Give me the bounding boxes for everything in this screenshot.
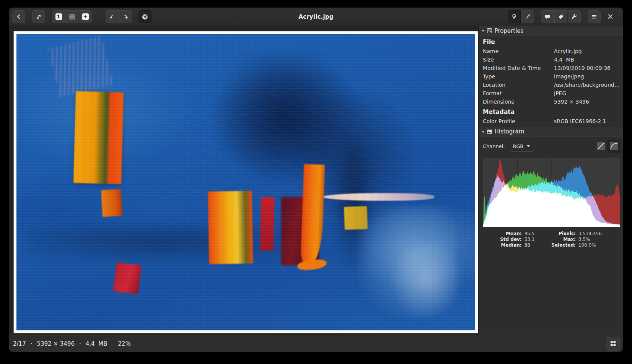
histogram-logarithmic-button[interactable] (608, 140, 621, 153)
close-window-button[interactable]: × (604, 10, 617, 23)
main-area: ▾ Properties File Name Acrylic.jpg Size … (9, 26, 623, 335)
properties-section-header[interactable]: ▾ Properties (479, 26, 623, 36)
statusbar-zoom-level: 22% (118, 340, 130, 347)
linear-scale-icon (597, 142, 605, 150)
histogram-canvas (483, 158, 620, 227)
median-label: Median: (500, 242, 522, 248)
channel-label: Channel: (483, 143, 505, 149)
window-title: Acrylic.jpg (298, 13, 333, 20)
max-label: Max: (551, 237, 575, 242)
back-icon (16, 14, 22, 20)
image-viewer-canvas (9, 26, 479, 335)
rotate-button-group (106, 10, 132, 23)
property-row-dimensions: Dimensions 5392 × 3496 (479, 98, 623, 106)
statusbar-separator: · (31, 340, 33, 347)
paintbrush-icon (524, 14, 531, 20)
property-label: Dimensions (479, 99, 554, 105)
statusbar: 2/17 · 5392 × 3496 · 4,4 MB 22% (9, 335, 623, 352)
back-button[interactable] (12, 10, 25, 23)
channel-dropdown-value: RGB (513, 143, 523, 149)
selected-value: 100,0% (578, 242, 602, 248)
histogram-section-title: Histogram (495, 128, 524, 135)
channel-dropdown[interactable]: RGB (509, 141, 534, 152)
property-label: Name (479, 48, 554, 54)
mean-label: Mean: (500, 231, 522, 236)
histogram-linear-button[interactable] (595, 140, 608, 153)
pixels-value: 3.534.456 (578, 231, 602, 236)
paint-orange-chunk-left-lower (101, 189, 122, 217)
thumbnail-grid-button[interactable] (606, 337, 620, 351)
histogram-stats-right: Pixels: 3.534.456 Max: 3,5% Selected: 10… (551, 231, 602, 248)
property-label: Type (479, 73, 554, 80)
property-label: Location (479, 82, 554, 88)
statusbar-filesize: 4,4 MB (86, 340, 108, 347)
tools-button[interactable] (568, 10, 581, 23)
stddev-value: 53,1 (524, 237, 535, 242)
pixels-label: Pixels: (551, 231, 575, 236)
max-value: 3,5% (578, 237, 602, 242)
paint-white-wash-bottom-right (393, 242, 461, 319)
zoom-original-button[interactable]: 1 (52, 10, 65, 23)
hamburger-menu-icon (591, 14, 597, 20)
statusbar-position: 2/17 (13, 340, 26, 347)
headerbar-right: × (508, 10, 617, 23)
statusbar-separator: · (79, 340, 81, 347)
rotate-right-button[interactable] (119, 10, 132, 23)
disclosure-triangle-icon[interactable]: ▾ (482, 129, 484, 134)
menu-button[interactable] (588, 10, 601, 23)
comment-button[interactable] (541, 10, 554, 23)
stddev-label: Std dev: (500, 237, 522, 242)
image-viewer-window: 1 + Acrylic (9, 8, 623, 352)
property-value: JPEG (554, 90, 623, 96)
mean-value: 95,5 (524, 231, 535, 236)
paint-dark-band-middle (26, 221, 319, 262)
zoom-fit-icon (69, 13, 75, 20)
property-row-type: Type image/jpeg (479, 72, 623, 81)
color-adjust-button[interactable] (138, 10, 151, 23)
annotate-group (541, 10, 581, 23)
property-label: Format (479, 90, 554, 96)
file-section-heading: File (479, 36, 623, 47)
selected-label: Selected: (551, 242, 575, 248)
chevron-down-icon (527, 145, 530, 147)
histogram-panel (483, 157, 621, 227)
comment-icon (544, 14, 551, 20)
tag-button[interactable] (554, 10, 567, 23)
channel-row: Channel: RGB (479, 136, 623, 155)
property-row-color-profile: Color Profile sRGB IEC61966-2.1 (479, 117, 623, 125)
properties-sidebar: ▾ Properties File Name Acrylic.jpg Size … (479, 26, 623, 335)
painting[interactable] (16, 34, 475, 330)
histogram-mini-icon (487, 129, 492, 135)
properties-toggle-button[interactable] (508, 10, 521, 23)
property-value: sRGB IEC61966-2.1 (554, 118, 623, 124)
close-icon: × (607, 13, 614, 21)
zoom-fit-button[interactable] (65, 10, 78, 23)
fullscreen-button[interactable] (32, 10, 45, 23)
zoom-in-button[interactable]: + (79, 10, 92, 23)
statusbar-dimensions: 5392 × 3496 (37, 340, 74, 347)
zoom-original-icon: 1 (55, 13, 62, 20)
property-value: Acrylic.jpg (554, 48, 623, 54)
property-row-modified: Modified Date & Time 13/09/2019 00:09:36 (479, 64, 623, 72)
headerbar: 1 + Acrylic (9, 8, 623, 26)
edit-image-button[interactable] (521, 10, 534, 23)
property-value: 4,4 MB (554, 57, 623, 63)
properties-section-title: Properties (495, 28, 524, 34)
property-row-format: Format JPEG (479, 89, 623, 98)
logarithmic-scale-icon (610, 142, 618, 150)
expand-icon (36, 14, 42, 20)
wrench-icon (571, 14, 577, 20)
disclosure-triangle-icon[interactable]: ▾ (482, 28, 484, 33)
median-value: 88 (524, 242, 535, 248)
histogram-section-header[interactable]: ▾ Histogram (479, 127, 623, 136)
property-value: 13/09/2019 00:09:36 (554, 65, 623, 71)
tag-icon (558, 14, 564, 20)
rotate-left-button[interactable] (106, 10, 119, 23)
lightbulb-icon (511, 14, 517, 20)
property-value: /usr/share/background… (554, 82, 623, 88)
grid-view-icon (610, 341, 616, 346)
zoom-button-group: 1 + (52, 10, 92, 23)
image-frame (14, 31, 478, 333)
property-value: 5392 × 3496 (554, 99, 623, 105)
property-row-location: Location /usr/share/background… (479, 81, 623, 89)
